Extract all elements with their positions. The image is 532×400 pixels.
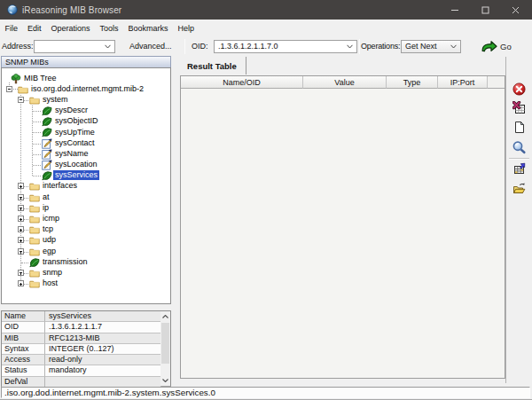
tree-node-label[interactable]: iso.org.dod.internet.mgmt.mib-2 — [31, 84, 144, 94]
tree-node-label[interactable]: host — [43, 278, 58, 288]
tree-node-sysContact[interactable]: sysContact — [2, 137, 170, 148]
scrollbar-thumb[interactable] — [161, 323, 169, 364]
maximize-button[interactable] — [470, 0, 500, 20]
tree-node-label[interactable]: sysObjectID — [55, 116, 98, 126]
scroll-down-button[interactable] — [160, 375, 170, 386]
tree-node-iso.org.dod.internet.mgmt.mib-2[interactable]: iso.org.dod.internet.mgmt.mib-2 — [2, 83, 170, 94]
expand-handle-icon[interactable] — [18, 270, 24, 276]
result-table-header: Name/OIDValueTypeIP:Port — [181, 76, 505, 89]
open-folder-icon[interactable] — [512, 182, 526, 195]
tree-node-icmp[interactable]: icmp — [2, 213, 170, 224]
expand-handle-icon[interactable] — [18, 216, 24, 222]
tree-node-label[interactable]: udp — [43, 235, 56, 245]
property-row-status[interactable]: Statusmandatory — [2, 365, 170, 376]
tree-node-transmission[interactable]: transmission — [2, 256, 170, 267]
tree-node-label[interactable]: sysName — [55, 149, 89, 159]
tree-node-label[interactable]: MIB Tree — [24, 74, 57, 83]
tree-node-at[interactable]: at — [2, 192, 170, 202]
magnifier-icon[interactable] — [512, 141, 526, 154]
expand-handle-icon[interactable] — [18, 194, 24, 200]
stop-icon[interactable] — [512, 82, 526, 96]
column-header-name-oid[interactable]: Name/OID — [181, 76, 303, 89]
tree-icon — [11, 74, 21, 84]
tree-node-label[interactable]: ip — [43, 203, 49, 213]
menu-item-edit[interactable]: Edit — [23, 20, 47, 37]
menu-item-help[interactable]: Help — [173, 20, 200, 37]
leaf-icon — [42, 127, 52, 137]
collapse-handle-icon[interactable] — [6, 86, 12, 92]
property-row-name[interactable]: NamesysServices — [2, 311, 170, 322]
tree-node-MIB Tree[interactable]: MIB Tree — [2, 73, 170, 83]
folder-icon — [29, 192, 40, 203]
tree-node-snmp[interactable]: snmp — [2, 267, 170, 278]
leaf-icon — [42, 170, 52, 181]
operations-combobox[interactable]: Get Next — [401, 40, 461, 53]
tree-node-label[interactable]: sysContact — [55, 138, 95, 148]
tree-node-host[interactable]: host — [2, 278, 170, 289]
tree-node-sysServices[interactable]: sysServices — [2, 170, 170, 181]
property-row-mib[interactable]: MIBRFC1213-MIB — [2, 333, 170, 344]
advanced-button[interactable]: Advanced... — [129, 37, 172, 56]
tree-node-label[interactable]: sysUpTime — [55, 128, 95, 137]
tree-node-sysDescr[interactable]: sysDescr — [2, 106, 170, 116]
tab-result-table[interactable]: Result Table — [180, 57, 246, 75]
tree-node-label[interactable]: sysLocation — [55, 160, 98, 169]
expand-handle-icon[interactable] — [18, 205, 24, 211]
tree-node-label[interactable]: sysServices — [53, 170, 99, 180]
folder-icon — [29, 268, 40, 278]
folder-icon — [29, 214, 40, 224]
tree-node-sysName[interactable]: sysName — [2, 148, 170, 159]
chevron-down-icon[interactable] — [448, 41, 459, 52]
tree-node-label[interactable]: egp — [43, 247, 56, 256]
menu-item-bookmarks[interactable]: Bookmarks — [123, 20, 173, 37]
property-row-oid[interactable]: OID.1.3.6.1.2.1.1.7 — [2, 322, 170, 333]
expand-handle-icon[interactable] — [18, 226, 24, 232]
column-header-ip-port[interactable]: IP:Port — [438, 76, 488, 89]
menu-item-file[interactable]: File — [0, 20, 23, 37]
tree-node-label[interactable]: tcp — [43, 224, 53, 234]
tree-node-udp[interactable]: udp — [2, 235, 170, 246]
tree-node-egp[interactable]: egp — [2, 246, 170, 256]
menu-bar: FileEditOperationsToolsBookmarksHelp — [0, 20, 532, 37]
column-header-type[interactable]: Type — [387, 76, 438, 89]
chevron-down-icon[interactable] — [102, 41, 113, 52]
scroll-up-button[interactable] — [160, 311, 170, 322]
tree-node-sysObjectID[interactable]: sysObjectID — [2, 116, 170, 127]
oid-combobox[interactable]: .1.3.6.1.2.1.1.7.0 — [214, 40, 357, 53]
menu-item-tools[interactable]: Tools — [95, 20, 123, 37]
properties-scrollbar[interactable] — [160, 311, 170, 386]
tree-node-label[interactable]: snmp — [43, 268, 62, 278]
tree-node-label[interactable]: icmp — [43, 214, 59, 224]
tree-node-tcp[interactable]: tcp — [2, 224, 170, 235]
expand-handle-icon[interactable] — [18, 248, 24, 255]
tree-node-label[interactable]: interfaces — [43, 181, 77, 191]
expand-handle-icon[interactable] — [18, 183, 24, 189]
property-value: read-only — [45, 355, 161, 365]
tree-node-label[interactable]: at — [43, 192, 50, 202]
expand-handle-icon[interactable] — [18, 237, 24, 243]
close-button[interactable] — [500, 0, 530, 20]
expand-handle-icon[interactable] — [18, 280, 24, 286]
minimize-button[interactable] — [440, 0, 470, 20]
tree-node-system[interactable]: system — [2, 94, 170, 105]
tree-node-label[interactable]: transmission — [43, 257, 88, 267]
tree-node-label[interactable]: sysDescr — [55, 106, 88, 115]
address-combobox[interactable] — [34, 40, 115, 53]
clear-table-icon[interactable] — [512, 101, 526, 114]
tree-node-label[interactable]: system — [43, 95, 68, 105]
tree-node-sysUpTime[interactable]: sysUpTime — [2, 127, 170, 137]
export-table-icon[interactable] — [512, 162, 526, 176]
new-document-icon[interactable] — [512, 121, 526, 134]
property-value: .1.3.6.1.2.1.1.7 — [45, 322, 161, 333]
tree-node-ip[interactable]: ip — [2, 202, 170, 213]
go-button[interactable]: Go — [481, 38, 512, 55]
address-label: Address: — [2, 37, 34, 56]
column-header-value[interactable]: Value — [303, 76, 387, 89]
property-row-syntax[interactable]: SyntaxINTEGER (0..127) — [2, 344, 170, 355]
chevron-down-icon[interactable] — [344, 41, 356, 52]
tree-node-interfaces[interactable]: interfaces — [2, 181, 170, 192]
menu-item-operations[interactable]: Operations — [46, 20, 95, 37]
property-row-access[interactable]: Accessread-only — [2, 355, 170, 365]
collapse-handle-icon[interactable] — [18, 97, 24, 103]
tree-node-sysLocation[interactable]: sysLocation — [2, 160, 170, 170]
